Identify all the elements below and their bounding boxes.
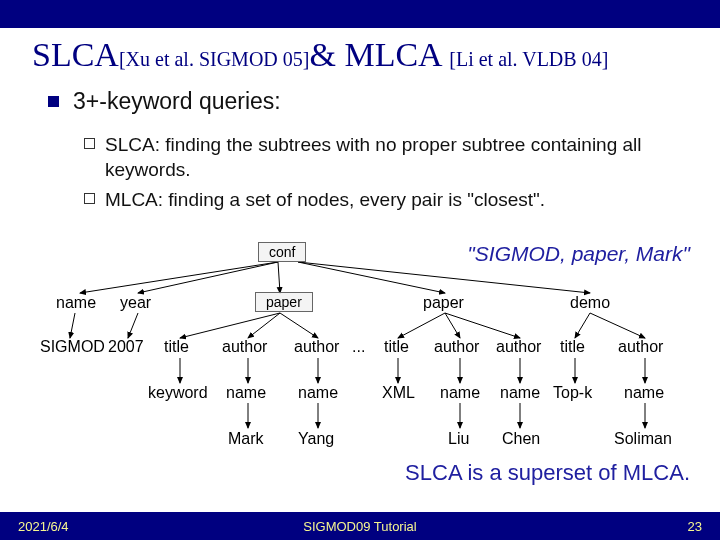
node-sigmod: SIGMOD	[40, 338, 105, 356]
svg-line-3	[298, 262, 445, 293]
slide-title: SLCA[Xu et al. SIGMOD 05]& MLCA [Li et a…	[0, 28, 720, 88]
svg-line-10	[398, 313, 445, 338]
node-topk: Top-k	[553, 384, 592, 402]
sub-bullet-2: MLCA: finding a set of nodes, every pair…	[48, 188, 690, 213]
sub-bullet-2-text: MLCA: finding a set of nodes, every pair…	[105, 188, 545, 213]
node-author5: author	[618, 338, 663, 356]
footer-date: 2021/6/4	[18, 519, 69, 534]
bullet-main: 3+-keyword queries:	[48, 88, 690, 115]
tree-edges	[0, 238, 720, 488]
node-paper1: paper	[255, 292, 313, 312]
title-mlca: & MLCA	[309, 36, 449, 73]
hollow-square-icon	[84, 193, 95, 204]
node-name4: name	[500, 384, 540, 402]
hollow-square-icon	[84, 138, 95, 149]
xml-tree-diagram: conf name year paper paper demo SIGMOD 2…	[0, 238, 720, 488]
node-keyword: keyword	[148, 384, 208, 402]
node-name1: name	[226, 384, 266, 402]
svg-line-5	[70, 313, 75, 338]
node-xml: XML	[382, 384, 415, 402]
node-name3: name	[440, 384, 480, 402]
svg-line-12	[445, 313, 520, 338]
node-name5: name	[624, 384, 664, 402]
node-conf: conf	[258, 242, 306, 262]
svg-line-4	[298, 262, 590, 293]
node-name: name	[56, 294, 96, 312]
svg-line-13	[575, 313, 590, 338]
title-slca: SLCA	[32, 36, 119, 73]
node-title2: title	[384, 338, 409, 356]
svg-line-0	[80, 262, 278, 293]
node-author1: author	[222, 338, 267, 356]
title-cite2: [Li et al. VLDB 04]	[449, 48, 608, 70]
node-title3: title	[560, 338, 585, 356]
title-cite1: [Xu et al. SIGMOD 05]	[119, 48, 310, 70]
svg-line-6	[128, 313, 138, 338]
node-name2: name	[298, 384, 338, 402]
node-paper2: paper	[423, 294, 464, 312]
footer-center: SIGMOD09 Tutorial	[303, 519, 416, 534]
node-chen: Chen	[502, 430, 540, 448]
node-2007: 2007	[108, 338, 144, 356]
slca-superset-note: SLCA is a superset of MLCA.	[405, 460, 690, 486]
content-area: 3+-keyword queries: SLCA: finding the su…	[0, 88, 720, 213]
svg-line-2	[278, 262, 280, 293]
node-author2: author	[294, 338, 339, 356]
svg-line-14	[590, 313, 645, 338]
node-soliman: Soliman	[614, 430, 672, 448]
footer-page: 23	[688, 519, 702, 534]
svg-line-7	[180, 313, 280, 338]
node-mark: Mark	[228, 430, 264, 448]
top-bar	[0, 0, 720, 28]
node-liu: Liu	[448, 430, 469, 448]
node-title1: title	[164, 338, 189, 356]
bullet-main-text: 3+-keyword queries:	[73, 88, 281, 115]
bullet-square-icon	[48, 96, 59, 107]
svg-line-9	[280, 313, 318, 338]
sub-bullet-1-text: SLCA: finding the subtrees with no prope…	[105, 133, 690, 182]
node-author3: author	[434, 338, 479, 356]
sub-bullet-1: SLCA: finding the subtrees with no prope…	[48, 133, 690, 182]
node-year: year	[120, 294, 151, 312]
svg-line-1	[138, 262, 278, 293]
node-author4: author	[496, 338, 541, 356]
node-demo: demo	[570, 294, 610, 312]
footer-bar: 2021/6/4 SIGMOD09 Tutorial 23	[0, 512, 720, 540]
node-yang: Yang	[298, 430, 334, 448]
node-ellipsis: ...	[352, 338, 365, 356]
